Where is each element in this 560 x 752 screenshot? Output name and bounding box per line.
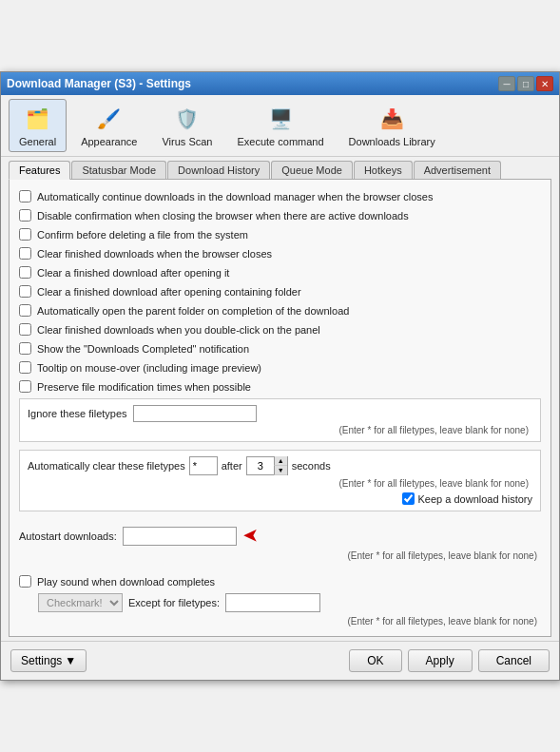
checkbox-label-cb6: Clear a finished download after opening … <box>37 286 301 298</box>
ignore-filetypes-input[interactable] <box>133 405 257 422</box>
keep-history-checkbox[interactable] <box>402 492 415 505</box>
checkbox-label-cb1: Automatically continue downloads in the … <box>37 191 433 202</box>
window-title: Download Manager (S3) - Settings <box>7 77 191 90</box>
execute-command-icon: 🖥️ <box>265 104 296 134</box>
checkbox-cb11[interactable] <box>19 380 31 393</box>
checkbox-row-cb7: Automatically open the parent folder on … <box>19 303 541 318</box>
tab-features[interactable]: Features <box>9 161 70 180</box>
toolbar-label-appearance: Appearance <box>81 136 137 147</box>
checkbox-row-cb3: Confirm before deleting a file from the … <box>19 227 541 241</box>
checkbox-label-cb4: Clear finished downloads when the browse… <box>37 248 272 260</box>
ok-button[interactable]: OK <box>349 649 401 672</box>
checkbox-cb2[interactable] <box>19 209 31 222</box>
seconds-label: seconds <box>292 460 331 472</box>
seconds-spinner[interactable]: ▲ ▼ <box>246 456 288 475</box>
checkbox-row-cb4: Clear finished downloads when the browse… <box>19 246 541 260</box>
ignore-filetypes-row: Ignore these filetypes <box>28 405 532 422</box>
checkbox-cb4[interactable] <box>19 247 31 260</box>
tab-bar: Features Statusbar Mode Download History… <box>1 157 559 179</box>
autostart-label: Autostart downloads: <box>19 530 117 542</box>
seconds-input[interactable] <box>247 457 274 474</box>
tab-statusbar-mode[interactable]: Statusbar Mode <box>71 161 166 179</box>
checkbox-label-cb11: Preserve file modification times when po… <box>37 381 251 393</box>
toolbar-item-downloads-library[interactable]: 📥 Downloads Library <box>338 99 446 152</box>
auto-clear-row: Automatically clear these filetypes afte… <box>28 456 532 475</box>
checkbox-label-cb5: Clear a finished download after opening … <box>37 267 229 279</box>
title-bar: Download Manager (S3) - Settings ─ □ ✕ <box>1 72 559 95</box>
checkbox-cb5[interactable] <box>19 266 31 279</box>
spinner-buttons: ▲ ▼ <box>274 456 287 475</box>
ignore-filetypes-hint: (Enter * for all filetypes, leave blank … <box>28 425 532 435</box>
toolbar-label-virus-scan: Virus Scan <box>162 136 212 147</box>
checkbox-row-cb2: Disable confirmation when closing the br… <box>19 208 541 222</box>
except-label: Except for filetypes: <box>128 597 220 608</box>
settings-button[interactable]: Settings ▼ <box>10 649 87 672</box>
toolbar-item-execute-command[interactable]: 🖥️ Execute command <box>226 99 334 152</box>
checkbox-label-cb3: Confirm before deleting a file from the … <box>37 229 248 241</box>
checkboxes-container: Automatically continue downloads in the … <box>19 189 541 394</box>
autostart-section: Autostart downloads: ➤ (Enter * for all … <box>19 519 541 567</box>
sound-label: Play sound when download completes <box>37 576 215 588</box>
spinner-down-button[interactable]: ▼ <box>274 466 287 475</box>
ignore-filetypes-label: Ignore these filetypes <box>28 408 127 419</box>
toolbar: 🗂️ General 🖌️ Appearance 🛡️ Virus Scan 🖥… <box>1 95 559 157</box>
toolbar-item-virus-scan[interactable]: 🛡️ Virus Scan <box>151 99 222 152</box>
title-bar-controls: ─ □ ✕ <box>498 76 553 91</box>
appearance-icon: 🖌️ <box>94 104 125 134</box>
checkbox-cb1[interactable] <box>19 190 31 202</box>
sound-checkbox[interactable] <box>19 575 31 588</box>
downloads-library-icon: 📥 <box>377 104 407 134</box>
checkbox-cb3[interactable] <box>19 228 31 241</box>
sound-dropdown[interactable]: Checkmark! <box>38 593 123 612</box>
sound-dropdown-row: Checkmark! Except for filetypes: <box>19 593 541 612</box>
toolbar-label-downloads-library: Downloads Library <box>349 136 435 147</box>
checkbox-label-cb9: Show the "Downloads Completed" notificat… <box>37 343 249 355</box>
autostart-row: Autostart downloads: ➤ <box>19 525 541 548</box>
tab-queue-mode[interactable]: Queue Mode <box>271 161 353 179</box>
keep-history-label: Keep a download history <box>418 493 532 505</box>
dialog-buttons: OK Apply Cancel <box>349 649 550 672</box>
ignore-filetypes-section: Ignore these filetypes (Enter * for all … <box>19 398 541 442</box>
tab-hotkeys[interactable]: Hotkeys <box>354 161 413 179</box>
checkbox-cb7[interactable] <box>19 304 31 317</box>
checkbox-row-cb11: Preserve file modification times when po… <box>19 379 541 394</box>
sound-section: Play sound when download completes Check… <box>19 574 541 627</box>
checkbox-row-cb6: Clear a finished download after opening … <box>19 284 541 299</box>
checkbox-row-cb5: Clear a finished download after opening … <box>19 265 541 280</box>
checkbox-cb6[interactable] <box>19 285 31 298</box>
minimize-button[interactable]: ─ <box>498 76 515 91</box>
checkbox-row-cb1: Automatically continue downloads in the … <box>19 189 541 203</box>
maximize-button[interactable]: □ <box>517 76 534 91</box>
close-button[interactable]: ✕ <box>536 76 553 91</box>
toolbar-label-general: General <box>19 136 56 147</box>
auto-clear-hint: (Enter * for all filetypes, leave blank … <box>28 478 532 489</box>
tab-download-history[interactable]: Download History <box>167 161 270 179</box>
except-filetypes-input[interactable] <box>225 593 320 612</box>
toolbar-item-appearance[interactable]: 🖌️ Appearance <box>70 99 147 152</box>
auto-clear-filetypes-input[interactable] <box>189 456 218 475</box>
auto-clear-label: Automatically clear these filetypes <box>28 460 185 472</box>
autostart-hint: (Enter * for all filetypes, leave blank … <box>19 550 541 561</box>
checkbox-row-cb9: Show the "Downloads Completed" notificat… <box>19 341 541 356</box>
auto-clear-section: Automatically clear these filetypes afte… <box>19 450 541 511</box>
cancel-button[interactable]: Cancel <box>478 649 550 672</box>
checkbox-label-cb10: Tooltip on mouse-over (including image p… <box>37 362 261 374</box>
general-icon: 🗂️ <box>23 104 53 134</box>
autostart-input[interactable] <box>123 527 237 546</box>
toolbar-label-execute-command: Execute command <box>237 136 323 147</box>
tab-advertisement[interactable]: Advertisement <box>414 161 501 179</box>
checkbox-cb9[interactable] <box>19 342 31 355</box>
checkbox-row-cb8: Clear finished downloads when you double… <box>19 322 541 337</box>
toolbar-item-general[interactable]: 🗂️ General <box>9 99 67 152</box>
red-arrow-icon: ➤ <box>242 525 259 548</box>
content-area: Automatically continue downloads in the … <box>9 179 551 637</box>
main-window: Download Manager (S3) - Settings ─ □ ✕ 🗂… <box>0 71 560 681</box>
bottom-bar: Settings ▼ OK Apply Cancel <box>1 641 559 680</box>
checkbox-row-cb10: Tooltip on mouse-over (including image p… <box>19 360 541 375</box>
checkbox-cb8[interactable] <box>19 323 31 336</box>
spinner-up-button[interactable]: ▲ <box>274 456 287 466</box>
apply-button[interactable]: Apply <box>408 649 473 672</box>
checkbox-label-cb8: Clear finished downloads when you double… <box>37 324 320 336</box>
checkbox-label-cb2: Disable confirmation when closing the br… <box>37 210 409 222</box>
checkbox-cb10[interactable] <box>19 361 31 374</box>
